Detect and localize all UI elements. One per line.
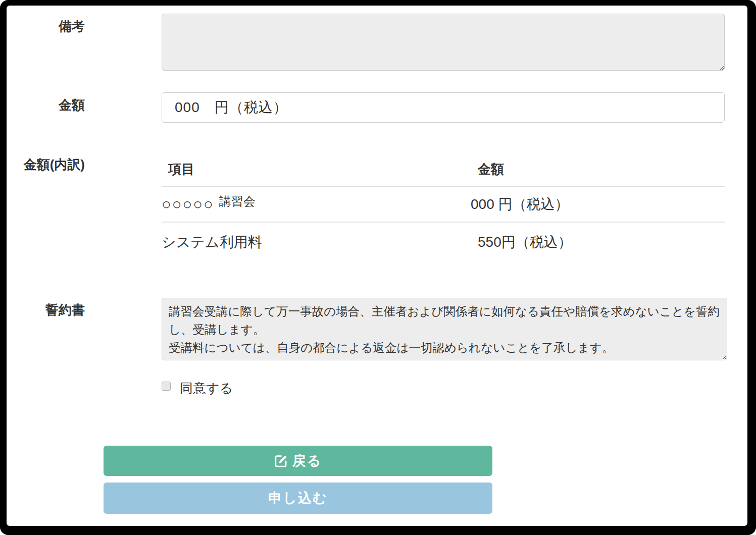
breakdown-item-suffix: 講習会 xyxy=(219,193,256,209)
amount-label: 金額 xyxy=(0,97,85,113)
agree-label: 同意する xyxy=(180,380,233,397)
pledge-label: 誓約書 xyxy=(0,302,85,318)
edit-pencil-square-icon xyxy=(274,454,288,468)
breakdown-row-item: システム利用料 xyxy=(162,223,471,259)
breakdown-label: 金額(内訳) xyxy=(0,156,85,173)
apply-button-label: 申し込む xyxy=(268,489,327,507)
back-button[interactable]: 戻る xyxy=(104,446,492,476)
breakdown-row-item: ○○○○○ 講習会 xyxy=(162,187,471,223)
form-content: 備考 金額 金額(内訳) 項目 金額 ○○○○○ 講習会 000 円（税込） シ… xyxy=(0,0,756,535)
remarks-label: 備考 xyxy=(0,18,85,34)
remarks-textarea[interactable] xyxy=(162,14,725,71)
breakdown-table: 項目 金額 ○○○○○ 講習会 000 円（税込） システム利用料 550円（税… xyxy=(162,157,725,259)
breakdown-header-item: 項目 xyxy=(162,157,471,187)
apply-button[interactable]: 申し込む xyxy=(104,483,492,514)
breakdown-item-masked-name: ○○○○○ xyxy=(162,195,214,213)
pledge-textarea[interactable]: 講習会受講に際して万一事故の場合、主催者および関係者に如何なる責任や賠償を求めな… xyxy=(162,298,727,360)
amount-input[interactable] xyxy=(162,92,725,123)
agree-checkbox[interactable] xyxy=(162,382,171,391)
breakdown-header-amount: 金額 xyxy=(471,157,725,187)
application-form-page: 備考 金額 金額(内訳) 項目 金額 ○○○○○ 講習会 000 円（税込） シ… xyxy=(0,0,756,535)
back-button-label: 戻る xyxy=(292,452,322,470)
breakdown-row-amount: 550円（税込） xyxy=(471,223,725,259)
breakdown-row-amount: 000 円（税込） xyxy=(471,187,725,223)
